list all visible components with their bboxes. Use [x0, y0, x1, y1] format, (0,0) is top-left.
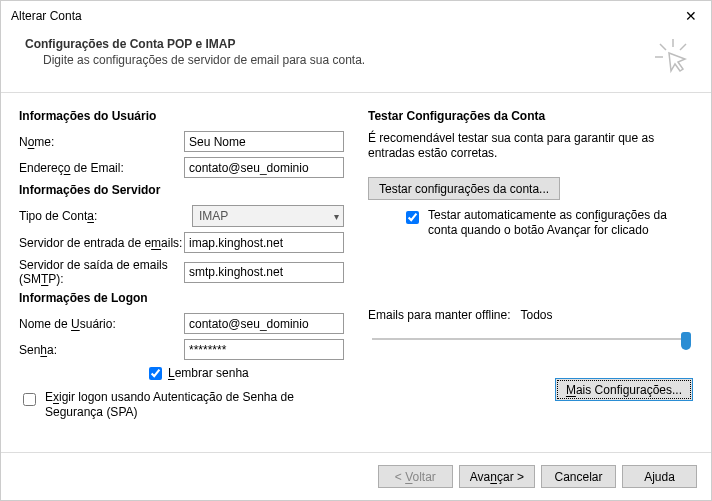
- cursor-click-icon: [643, 37, 691, 80]
- outgoing-server-input[interactable]: [184, 262, 344, 283]
- username-input[interactable]: [184, 313, 344, 334]
- auto-test-checkbox[interactable]: [406, 211, 419, 224]
- name-input[interactable]: [184, 131, 344, 152]
- slider-track: [372, 338, 689, 340]
- header-title: Configurações de Conta POP e IMAP: [25, 37, 643, 51]
- close-icon[interactable]: ✕: [671, 1, 711, 31]
- incoming-server-input[interactable]: [184, 232, 344, 253]
- chevron-down-icon: ▾: [334, 211, 339, 222]
- window-title: Alterar Conta: [11, 9, 671, 23]
- account-type-label: Tipo de Conta:: [19, 209, 192, 223]
- password-label: Senha:: [19, 343, 184, 357]
- username-label: Nome de Usuário:: [19, 317, 184, 331]
- section-server-info: Informações do Servidor: [19, 183, 344, 197]
- auto-test-label: Testar automaticamente as configurações …: [428, 208, 673, 238]
- spa-label: Exigir logon usando Autenticação de Senh…: [45, 390, 314, 420]
- remember-password-checkbox[interactable]: [149, 367, 162, 380]
- offline-value: Todos: [521, 308, 553, 322]
- incoming-server-label: Servidor de entrada de emails:: [19, 236, 184, 250]
- remember-password-label: Lembrar senha: [168, 366, 249, 380]
- help-button[interactable]: Ajuda: [622, 465, 697, 488]
- test-account-button[interactable]: Testar configurações da conta...: [368, 177, 560, 200]
- offline-slider[interactable]: [368, 328, 693, 352]
- header-subtitle: Digite as configurações de servidor de e…: [25, 53, 643, 67]
- account-type-value: IMAP: [199, 209, 228, 223]
- svg-line-2: [660, 44, 666, 50]
- outgoing-server-label: Servidor de saída de emails (SMTP):: [19, 258, 184, 286]
- name-label: Nome:: [19, 135, 184, 149]
- section-logon-info: Informações de Logon: [19, 291, 344, 305]
- email-label: Endereço de Email:: [19, 161, 184, 175]
- email-input[interactable]: [184, 157, 344, 178]
- slider-thumb[interactable]: [681, 332, 691, 350]
- svg-line-3: [680, 44, 686, 50]
- next-button[interactable]: Avançar >: [459, 465, 535, 488]
- section-test-account: Testar Configurações da Conta: [368, 109, 693, 123]
- test-description: É recomendável testar sua conta para gar…: [368, 131, 693, 161]
- back-button: < Voltar: [378, 465, 453, 488]
- password-input[interactable]: [184, 339, 344, 360]
- account-type-select[interactable]: IMAP ▾: [192, 205, 344, 227]
- more-settings-button[interactable]: Mais Configurações...: [555, 378, 693, 401]
- cancel-button[interactable]: Cancelar: [541, 465, 616, 488]
- spa-checkbox[interactable]: [23, 393, 36, 406]
- offline-label: Emails para manter offline:: [368, 308, 511, 322]
- section-user-info: Informações do Usuário: [19, 109, 344, 123]
